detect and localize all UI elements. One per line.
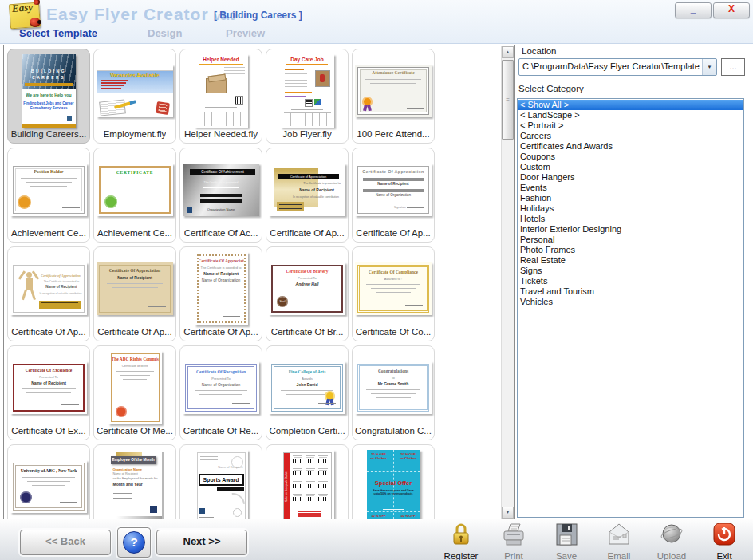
location-dropdown[interactable]: C:\ProgramData\Easy Flyer Creator\Templa… (518, 58, 717, 76)
close-icon: X (728, 3, 735, 14)
category-item[interactable]: Certificates And Awards (518, 141, 743, 152)
tab-preview[interactable]: Preview (226, 27, 265, 39)
template-card[interactable]: Helper NeededHelper Needed.fly (179, 49, 262, 144)
template-card[interactable]: Certificate of AppreciationThe Certifica… (266, 148, 349, 243)
category-item[interactable]: Custom (518, 162, 743, 172)
template-thumbnail: Day Care Job (268, 52, 346, 129)
scroll-down-button[interactable]: ▼ (502, 507, 514, 519)
template-card[interactable]: Employee Of the MonthOrganization NameNa… (93, 444, 176, 520)
template-label: Job Flyer.fly (282, 129, 331, 142)
template-card[interactable]: Certificate Of RecognitionPresented ToNa… (179, 345, 262, 440)
template-thumbnail: Name of RecipientSports Award (182, 448, 260, 520)
category-item[interactable]: Coupons (518, 152, 743, 162)
template-thumbnail: Helper Needed (182, 52, 260, 129)
document-name: [ Building Careers ] (214, 10, 302, 21)
footer-bar: << Back ? Next >> Register (0, 519, 753, 560)
template-card[interactable]: Certificate Of AchievementThe Certificat… (179, 148, 262, 243)
template-label: Certificate Of Ap... (97, 327, 171, 340)
template-card[interactable]: 50 % OFF on Clothes50 % OFF on ClothesSp… (352, 444, 435, 520)
category-listbox: < Show All >< LandScape >< Portrait >Car… (517, 98, 744, 518)
template-card[interactable]: The ABC Rights CommissionCertificate of … (93, 345, 176, 440)
template-card[interactable]: Day Care JobJob Flyer.fly (266, 49, 349, 144)
envelope-icon (606, 522, 632, 548)
template-card[interactable]: Certificate Of AppreciationName of Recip… (352, 148, 435, 243)
template-label: Certificate Of Ap... (270, 228, 344, 241)
header: Easy Easy Flyer Creator v3.0 [ Building … (0, 0, 753, 44)
template-thumbnail: Employee Of the MonthOrganization NameNa… (96, 448, 174, 520)
exit-button[interactable]: Exit (700, 522, 748, 560)
template-label: Certificate Of Me... (97, 426, 173, 439)
template-label: Certificate Of Ap... (183, 327, 258, 340)
email-button[interactable]: Email (595, 522, 643, 560)
template-thumbnail: Certificate Of AppreciationName of Recip… (354, 151, 432, 228)
minimize-button[interactable]: _ (675, 2, 712, 18)
help-button[interactable]: ? (117, 527, 151, 558)
printer-icon (501, 522, 526, 548)
category-item[interactable]: Fashion (518, 193, 743, 203)
template-label: Achievement Ce... (97, 228, 172, 241)
back-button[interactable]: << Back (20, 530, 111, 555)
template-card[interactable]: Certificate of AppreciationThe Certifica… (7, 246, 90, 341)
power-icon (712, 522, 736, 548)
tab-select-template[interactable]: Select Template (19, 27, 97, 39)
category-item[interactable]: Tickets (518, 276, 743, 286)
scroll-up-button[interactable]: ▲ (502, 46, 514, 58)
close-button[interactable]: X (713, 2, 750, 18)
template-card[interactable]: Position HolderAchievement Ce... (7, 148, 90, 243)
template-card[interactable]: BUILDINGCAREERSWe are here to Help youFi… (7, 49, 90, 144)
register-label: Register (437, 551, 485, 560)
upload-button[interactable]: Upload (648, 522, 696, 560)
template-label: Congratulation C... (355, 426, 432, 439)
register-button[interactable]: Register (437, 522, 485, 560)
template-card[interactable]: CongratulationstoMr Grame SmithCongratul… (352, 345, 435, 440)
template-card[interactable]: Certificate Of BraveryPresented ToAndrew… (266, 246, 349, 341)
template-card[interactable]: Sale on Deerpark Outlet (266, 444, 349, 520)
category-item[interactable]: Holidays (518, 203, 743, 214)
template-card[interactable]: University of ABC , New York (7, 444, 90, 520)
print-label: Print (490, 551, 538, 560)
category-item[interactable]: Travel and Tourism (518, 286, 743, 297)
template-grid-panel: BUILDINGCAREERSWe are here to Help youFi… (3, 45, 515, 520)
category-item[interactable]: Signs (518, 266, 743, 276)
globe-icon (659, 522, 684, 548)
print-button[interactable]: Print (490, 522, 538, 560)
tab-design[interactable]: Design (148, 27, 182, 39)
template-thumbnail: Fine College of ArtsAwardsJohn David (268, 349, 346, 426)
template-thumbnail: CongratulationstoMr Grame Smith (354, 349, 432, 426)
template-scrollbar[interactable]: ▲ ≡ ▼ (501, 46, 514, 519)
category-item[interactable]: < Portrait > (518, 120, 743, 131)
template-thumbnail: Certificate of AppreciationThe Certifica… (268, 151, 346, 228)
template-thumbnail: Certificate Of ExcellencePresented ToNam… (10, 349, 88, 426)
location-value: C:\ProgramData\Easy Flyer Creator\Templa… (522, 61, 700, 71)
category-item[interactable]: Careers (518, 131, 743, 141)
category-item[interactable]: Real Estate (518, 255, 743, 266)
next-button[interactable]: Next >> (156, 530, 247, 555)
template-card[interactable]: Fine College of ArtsAwardsJohn DavidComp… (266, 345, 349, 440)
save-button[interactable]: Save (542, 522, 590, 560)
category-item[interactable]: Personal (518, 235, 743, 245)
template-label: Employment.fly (104, 129, 167, 142)
template-card[interactable]: Attendance Certificate100 Perc Attend... (352, 49, 435, 144)
category-item[interactable]: < LandScape > (518, 110, 743, 120)
template-thumbnail: Certificate Of BraveryPresented ToAndrew… (268, 250, 346, 327)
template-card[interactable]: Certificate Of ExcellencePresented ToNam… (7, 345, 90, 440)
help-label: ? (130, 535, 137, 549)
template-card[interactable]: Certificate Of ComplianceAwarded to :Cer… (352, 246, 435, 341)
category-item[interactable]: < Show All > (518, 100, 743, 110)
scrollbar-thumb[interactable]: ≡ (502, 60, 514, 140)
template-card[interactable]: Certificate Of AppreciationName of Recip… (93, 246, 176, 341)
template-label: Building Careers... (11, 129, 87, 142)
category-item[interactable]: Hotels (518, 214, 743, 224)
template-label: Completion Certi... (269, 426, 345, 439)
template-card[interactable]: Vacancies AvailableEmployment.fly (93, 49, 176, 144)
category-item[interactable]: Door Hangers (518, 172, 743, 183)
category-item[interactable]: Interior Exterior Designing (518, 224, 743, 235)
browse-button[interactable]: ... (721, 58, 745, 76)
category-item[interactable]: Vehicles (518, 297, 743, 307)
category-item[interactable]: Photo Frames (518, 245, 743, 255)
template-card[interactable]: CERTIFICATEAchievement Ce... (93, 148, 176, 243)
template-card[interactable]: Name of RecipientSports Award (179, 444, 262, 520)
exit-label: Exit (700, 551, 748, 560)
category-item[interactable]: Events (518, 183, 743, 193)
template-card[interactable]: Certificate Of AppreciationThe Certifica… (179, 246, 262, 341)
